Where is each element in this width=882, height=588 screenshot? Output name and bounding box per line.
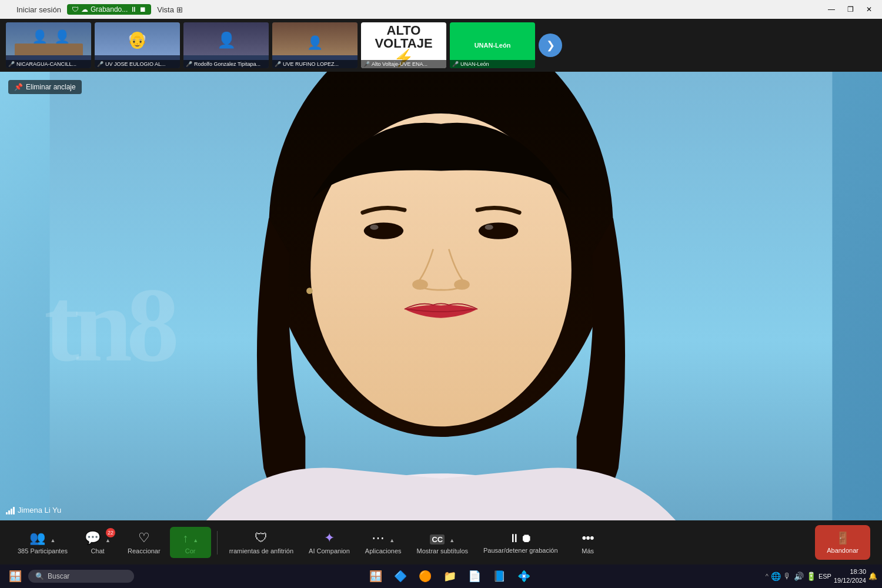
participants-label: 385 Participantes <box>18 547 68 554</box>
thumbnails-row: 👤 👤 🎤 NICARAGUA-CANCILL... 👴 🎤 UV JOS <box>0 19 882 72</box>
thumbnail-uve[interactable]: 👤 🎤 UVE RUFINO LOPEZ... <box>272 22 358 68</box>
zoom-app: 👤 👤 🎤 NICARAGUA-CANCILL... 👴 🎤 UV JOS <box>0 19 882 564</box>
pause-icon: ⏸ <box>130 5 137 14</box>
leave-icon: 🚪 <box>836 531 850 545</box>
anchor-icon: 📌 <box>14 83 23 91</box>
taskbar-app-files[interactable]: 📁 <box>439 566 460 587</box>
start-session-button[interactable]: Iniciar sesión <box>16 5 61 14</box>
taskbar-chrome-icon: 🟠 <box>419 570 432 583</box>
shield-icon: 🛡 <box>72 5 79 14</box>
main-video: tn8 📌 Eliminar anclaje Jimena Li Yu <box>0 72 882 520</box>
stop-icon: ⏹ <box>139 5 146 14</box>
react-label: Reaccionar <box>128 547 161 554</box>
tray-expand[interactable]: ^ <box>766 573 769 580</box>
ai-label: AI Companion <box>309 547 350 554</box>
share-button[interactable]: ↑ ▲ Cor <box>170 527 211 558</box>
svg-point-7 <box>485 225 493 230</box>
search-icon: 🔍 <box>35 572 44 580</box>
recording-badge: 🛡 ☁ Grabando... ⏸ ⏹ <box>67 4 151 15</box>
session-label: Iniciar sesión <box>16 5 61 14</box>
notification-icon[interactable]: 🔔 <box>868 572 877 580</box>
maximize-button[interactable]: ❐ <box>842 3 858 16</box>
svg-point-8 <box>412 279 428 290</box>
bottom-toolbar: 👥 ▲ 385 Participantes 💬 22 ▲ <box>0 520 882 564</box>
next-thumbnail-button[interactable]: ❯ <box>539 34 562 57</box>
apps-button[interactable]: ⋯ ▲ Aplicaciones <box>359 527 407 558</box>
taskbar-app-chrome[interactable]: 🟠 <box>415 566 436 587</box>
more-button[interactable]: ••• Más <box>567 527 609 558</box>
thumbnail-rodolfo[interactable]: 👤 🎤 Rodolfo Gonzalez Tipitapa... <box>183 22 269 68</box>
more-label: Más <box>582 547 594 554</box>
thumbnail-jose[interactable]: 👴 🎤 UV JOSE EULOGIO AL... <box>95 22 180 68</box>
chat-label: Chat <box>91 547 104 554</box>
taskbar-app-blue[interactable]: 📘 <box>489 566 510 587</box>
thumbnail-nicaragua[interactable]: 👤 👤 🎤 NICARAGUA-CANCILL... <box>6 22 91 68</box>
start-button[interactable]: 🪟 <box>5 566 26 587</box>
host-tools-button[interactable]: 🛡 rramientas de anfitrión <box>223 527 299 558</box>
date: 19/12/2024 <box>834 576 866 585</box>
thumbnail-label-uve: 🎤 UVE RUFINO LOPEZ... <box>272 60 358 68</box>
record-icon: ⏸⏺ <box>509 532 532 545</box>
thumbnail-label-nicaragua: 🎤 NICARAGUA-CANCILL... <box>6 60 91 68</box>
search-box[interactable]: 🔍 Buscar <box>28 570 134 583</box>
record-button[interactable]: ⏸⏺ Pausar/detener grabación <box>477 528 564 557</box>
separator-1 <box>217 531 218 554</box>
chat-badge: 22 <box>106 528 115 537</box>
apps-expand-arrow: ▲ <box>389 537 395 543</box>
battery-icon: 🔋 <box>806 572 816 581</box>
taskbar-app-edge[interactable]: 🔷 <box>390 566 411 587</box>
bar-3 <box>11 509 12 514</box>
eliminate-anchor-button[interactable]: 📌 Eliminar anclaje <box>8 80 82 94</box>
minimize-button[interactable]: — <box>823 3 840 16</box>
host-tools-label: rramientas de anfitrión <box>229 547 293 554</box>
close-button[interactable]: ✕ <box>861 3 877 16</box>
subtitles-label: Mostrar subtítulos <box>417 547 468 554</box>
svg-point-10 <box>306 288 313 294</box>
mic-icon: 🎤 <box>8 61 15 67</box>
volume-icon: 🔊 <box>794 572 804 581</box>
ai-icon: ✦ <box>324 530 335 546</box>
taskbar-app-word[interactable]: 📄 <box>464 566 485 587</box>
chat-button[interactable]: 💬 22 ▲ Chat <box>77 527 118 558</box>
svg-point-4 <box>364 222 403 239</box>
chat-expand-arrow: ▲ <box>105 537 111 543</box>
taskbar-right: ^ 🌐 🎙 🔊 🔋 ESP 18:30 19/12/2024 🔔 <box>766 567 877 586</box>
vista-button[interactable]: Vista ⊞ <box>157 5 183 14</box>
taskbar: 🪟 🔍 Buscar 🪟 🔷 🟠 📁 📄 <box>0 564 882 588</box>
signal-bars <box>6 506 15 514</box>
taskbar-app-store[interactable]: 💠 <box>513 566 534 587</box>
svg-point-6 <box>370 225 378 230</box>
grid-icon: ⊞ <box>176 5 183 14</box>
mic-tray-icon: 🎙 <box>783 572 791 581</box>
recording-label: Grabando... <box>91 5 128 14</box>
share-label: Cor <box>185 547 196 554</box>
mic-icon-uve: 🎤 <box>275 61 281 67</box>
bar-1 <box>6 512 8 514</box>
language-label: ESP <box>818 573 831 580</box>
ai-companion-button[interactable]: ✦ AI Companion <box>303 527 356 558</box>
thumbnail-label-jose: 🎤 UV JOSE EULOGIO AL... <box>95 60 180 68</box>
taskbar-store-icon: 💠 <box>517 570 530 583</box>
react-button[interactable]: ♡ Reaccionar <box>122 527 166 558</box>
taskbar-app-0[interactable]: 🪟 <box>365 566 386 587</box>
participants-icon: 👥 ▲ <box>29 530 55 546</box>
react-icon: ♡ <box>138 530 150 546</box>
taskbar-center: 🪟 🔷 🟠 📁 📄 📘 💠 <box>134 566 766 587</box>
host-tools-icon: 🛡 <box>255 530 268 546</box>
screen: Iniciar sesión 🛡 ☁ Grabando... ⏸ ⏹ Vista… <box>0 0 882 588</box>
taskbar-edge-icon: 🔷 <box>394 570 407 583</box>
taskbar-left: 🪟 🔍 Buscar <box>5 566 134 587</box>
thumbnail-unan[interactable]: UNAN-León 🎤 UNAN-León <box>450 22 535 68</box>
apps-label: Aplicaciones <box>365 547 402 554</box>
thumbnail-label-alto: 🎤 Alto Voltaje-UVE ENA... <box>361 60 446 68</box>
more-icon: ••• <box>582 530 594 546</box>
mic-icon-unan: 🎤 <box>452 61 459 67</box>
bar-4 <box>13 507 15 514</box>
leave-button[interactable]: 🚪 Abandonar <box>815 525 870 560</box>
cloud-icon: ☁ <box>81 5 88 14</box>
participants-button[interactable]: 👥 ▲ 385 Participantes <box>12 527 74 558</box>
thumbnail-alto[interactable]: ALTO VOLTAJE ⚡ 🎤 Alto Voltaje-UVE ENA... <box>361 22 446 68</box>
subtitles-button[interactable]: CC ▲ Mostrar subtítulos <box>411 527 474 558</box>
mic-icon-alto: 🎤 <box>363 61 370 67</box>
person-icon: 👤 <box>32 29 48 45</box>
